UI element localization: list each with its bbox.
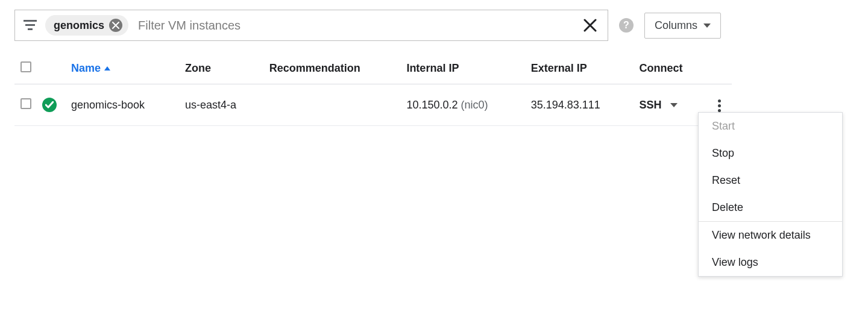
row-checkbox[interactable] — [20, 98, 31, 109]
column-header-recommendation[interactable]: Recommendation — [263, 53, 401, 84]
filter-chip[interactable]: genomics — [45, 15, 128, 36]
filter-input[interactable] — [137, 18, 573, 33]
row-context-menu: Start Stop Reset Delete View network det… — [698, 112, 843, 136]
column-header-external-ip[interactable]: External IP — [525, 53, 634, 84]
column-header-connect[interactable]: Connect — [634, 53, 707, 84]
clear-filter-icon[interactable] — [581, 16, 599, 34]
column-header-name[interactable]: Name — [65, 53, 179, 84]
cell-name[interactable]: genomics-book — [65, 84, 179, 126]
cell-internal-ip: 10.150.0.2 (nic0) — [400, 84, 524, 126]
column-header-internal-ip[interactable]: Internal IP — [400, 53, 524, 84]
chip-remove-icon[interactable] — [109, 19, 122, 32]
menu-item-start: Start — [699, 113, 842, 136]
filter-chip-label: genomics — [54, 19, 104, 32]
chevron-down-icon — [703, 24, 711, 28]
filter-bar: genomics — [14, 10, 608, 41]
columns-button[interactable]: Columns — [644, 13, 721, 39]
table-row[interactable]: genomics-book us-east4-a 10.150.0.2 (nic… — [14, 84, 732, 126]
column-header-zone[interactable]: Zone — [179, 53, 263, 84]
filter-icon — [24, 20, 37, 31]
ssh-button[interactable]: SSH — [640, 99, 678, 111]
cell-external-ip: 35.194.83.111 — [525, 84, 634, 126]
help-icon[interactable]: ? — [619, 18, 634, 33]
select-all-checkbox[interactable] — [20, 61, 31, 72]
status-running-icon — [42, 98, 57, 112]
cell-recommendation — [263, 84, 401, 126]
chevron-down-icon — [670, 103, 678, 107]
cell-zone: us-east4-a — [179, 84, 263, 126]
vm-instances-table: Name Zone Recommendation Internal IP Ext… — [14, 53, 732, 126]
sort-ascending-icon — [104, 66, 110, 71]
columns-button-label: Columns — [655, 19, 697, 32]
